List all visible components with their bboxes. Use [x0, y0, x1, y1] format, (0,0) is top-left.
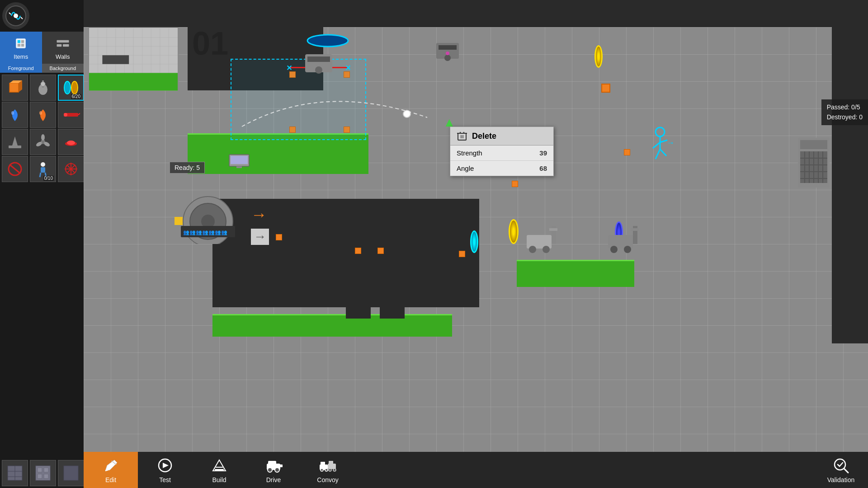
item-fan[interactable] [30, 129, 56, 155]
svg-point-31 [67, 141, 75, 145]
monitor-1 [228, 154, 250, 168]
item-pattern[interactable] [30, 460, 56, 486]
rope-x-1: ✕ [286, 64, 292, 72]
svg-point-23 [64, 113, 67, 117]
bottom-items [0, 458, 84, 488]
svg-rect-9 [57, 40, 69, 42]
context-menu-strength: Strength 39 [450, 145, 553, 161]
item-button[interactable] [58, 129, 84, 155]
svg-rect-116 [236, 166, 242, 168]
svg-point-139 [329, 469, 331, 471]
app-logo[interactable] [2, 2, 29, 29]
svg-line-76 [656, 149, 660, 159]
stats-panel: Passed: 0/5 Destroyed: 0 [821, 99, 868, 125]
svg-point-93 [610, 246, 618, 253]
portal-cyan-1 [470, 230, 478, 253]
svg-rect-115 [231, 156, 248, 164]
edit-button[interactable]: Edit [84, 452, 138, 488]
ceiling-platform [84, 0, 868, 27]
svg-line-24 [78, 112, 80, 115]
rope-x-2: ✕ [345, 64, 351, 72]
svg-point-1 [14, 14, 18, 18]
item-turret[interactable] [30, 75, 56, 101]
svg-line-74 [653, 142, 660, 148]
item-laser[interactable] [58, 102, 84, 128]
anchor-2 [344, 71, 350, 78]
svg-point-27 [41, 134, 45, 141]
svg-point-18 [64, 81, 71, 94]
svg-rect-5 [18, 40, 20, 43]
svg-rect-8 [21, 44, 24, 47]
background-btn[interactable]: Background [42, 64, 84, 73]
trajectory-arc [233, 90, 436, 145]
tab-items[interactable]: Items [0, 32, 42, 64]
svg-rect-50 [38, 474, 42, 479]
svg-rect-48 [38, 468, 42, 472]
svg-line-142 [844, 469, 848, 473]
item-grid: 6/20 0/10 [0, 73, 84, 458]
foreground-btn[interactable]: Foreground [0, 64, 42, 73]
svg-rect-10 [57, 44, 61, 47]
test-button[interactable]: Test [138, 452, 192, 488]
ready-badge: Ready: 5 [170, 162, 205, 174]
arrow-sign-2: → [251, 229, 269, 245]
context-menu-angle: Angle 68 [450, 161, 553, 176]
svg-line-33 [9, 164, 20, 174]
item-portal-pair[interactable]: 6/20 [58, 75, 84, 101]
anchor-5 [512, 181, 518, 187]
anchor-9 [377, 248, 384, 254]
svg-rect-87 [549, 228, 557, 231]
item-blank[interactable] [58, 460, 84, 486]
svg-point-19 [71, 81, 78, 94]
context-menu-delete[interactable]: Delete [450, 127, 553, 145]
arrow-sign-1: → [251, 205, 267, 224]
item-barrier[interactable] [2, 156, 28, 182]
svg-point-20 [11, 111, 14, 115]
svg-line-36 [40, 173, 41, 177]
tab-walls[interactable]: Walls [42, 32, 84, 64]
forklift-2 [606, 221, 642, 255]
svg-rect-25 [9, 145, 21, 148]
anchor-10 [459, 251, 465, 257]
item-gel-orange[interactable] [30, 102, 56, 128]
build-button[interactable]: Build [192, 452, 246, 488]
context-menu: Delete Strength 39 Angle 68 [450, 127, 554, 176]
stat-passed: Passed: 0/5 [827, 102, 863, 112]
portal-yellow-2 [509, 219, 519, 244]
svg-point-88 [529, 246, 536, 253]
item-people[interactable]: 0/10 [30, 156, 56, 182]
item-starburst[interactable] [58, 156, 84, 182]
panel-number: 01 [192, 25, 228, 62]
portal-device-2 [434, 41, 461, 65]
svg-text:👥👥👥👥👥👥👥: 👥👥👥👥👥👥👥 [183, 229, 227, 235]
svg-rect-49 [44, 468, 48, 472]
svg-rect-103 [800, 140, 827, 149]
item-faith-plate[interactable] [2, 129, 28, 155]
svg-point-101 [446, 52, 449, 55]
svg-point-34 [41, 162, 45, 167]
fg-bg-row: Foreground Background [0, 64, 84, 73]
convoy-button[interactable]: Convoy [301, 452, 355, 488]
svg-point-140 [333, 469, 336, 471]
validation-button[interactable]: Validation [814, 452, 868, 488]
item-bg-tile[interactable] [2, 460, 28, 486]
svg-point-135 [321, 469, 323, 471]
svg-rect-51 [44, 474, 48, 479]
svg-point-136 [325, 469, 328, 471]
svg-rect-52 [64, 466, 78, 480]
toolbar: Edit Test Build Drive [84, 452, 868, 488]
svg-rect-134 [321, 462, 325, 465]
svg-rect-69 [102, 55, 129, 64]
svg-rect-7 [18, 44, 20, 47]
item-gel-blue[interactable] [2, 102, 28, 128]
svg-point-17 [41, 82, 45, 86]
game-area[interactable]: 01 [84, 0, 868, 488]
portal-top-cyan [305, 34, 350, 49]
svg-rect-12 [9, 83, 19, 92]
anchor-6 [624, 149, 630, 155]
drive-button[interactable]: Drive [246, 452, 301, 488]
svg-line-77 [660, 149, 666, 156]
item-cube[interactable] [2, 75, 28, 101]
level-minimap [88, 27, 179, 90]
svg-point-100 [444, 55, 451, 61]
